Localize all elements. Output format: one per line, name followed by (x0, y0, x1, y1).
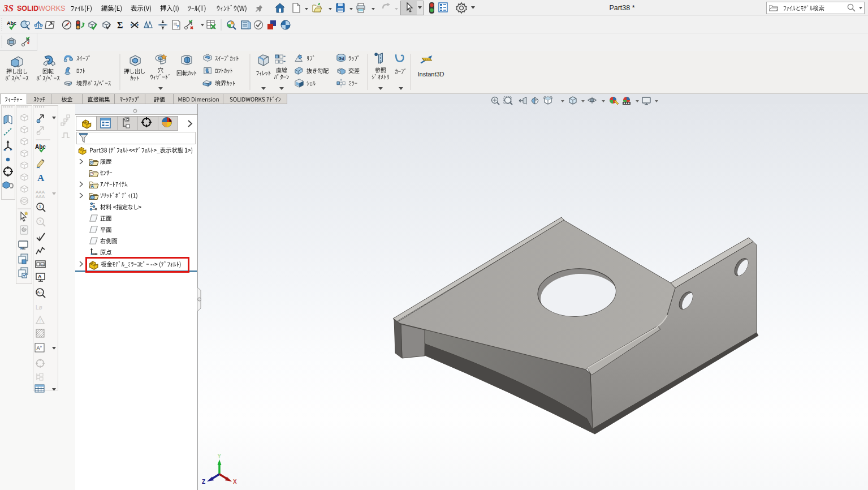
svg-text:A: A (90, 183, 94, 189)
svg-text:Z: Z (202, 479, 205, 485)
svg-text:X: X (233, 479, 237, 485)
svg-text:!: ! (40, 318, 41, 324)
svg-text:Gd: Gd (339, 56, 344, 61)
svg-text:A°: A° (37, 345, 42, 351)
svg-text:Lø: Lø (36, 304, 42, 311)
svg-text:Y: Y (218, 453, 222, 459)
svg-text:A↔: A↔ (37, 290, 44, 294)
